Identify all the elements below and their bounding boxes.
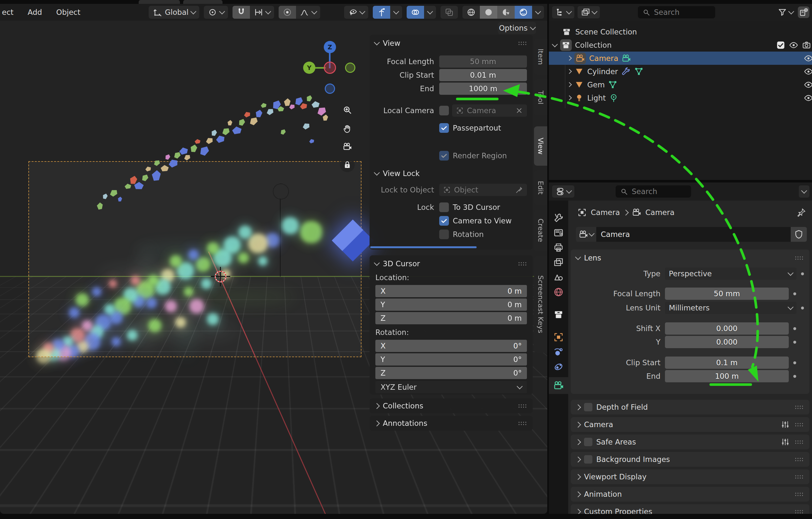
properties-tab-constraint[interactable]: [549, 359, 568, 375]
collection-row[interactable]: Collection: [549, 38, 812, 52]
npanel-tab-edit[interactable]: Edit: [534, 170, 547, 205]
disable-render-icon[interactable]: [802, 40, 811, 50]
options-button[interactable]: Options: [498, 22, 536, 34]
outliner-search-input[interactable]: [653, 8, 703, 17]
rotation-mode-dropdown[interactable]: XYZ Euler: [375, 381, 527, 393]
menu-add[interactable]: Add: [21, 8, 49, 17]
section-checkbox[interactable]: [584, 438, 592, 446]
animate-dot[interactable]: [793, 375, 796, 378]
passepartout-checkbox[interactable]: [439, 123, 449, 133]
properties-search-input[interactable]: [631, 187, 681, 196]
npanel-collections[interactable]: Collections: [370, 398, 533, 413]
npanel-tab-item[interactable]: Item: [534, 39, 547, 75]
properties-tab-printer[interactable]: [549, 239, 568, 256]
shading-solid[interactable]: [480, 6, 497, 19]
clip-end-field[interactable]: 100 m: [665, 370, 789, 382]
shading-dropdown[interactable]: [532, 6, 544, 19]
nav-axis-y-neg[interactable]: [345, 63, 355, 73]
overlays-dropdown[interactable]: [424, 6, 436, 19]
view-panel-header[interactable]: View: [370, 37, 533, 49]
clip-start-field[interactable]: 0.1 m: [665, 357, 789, 369]
breadcrumb-object[interactable]: Camera: [591, 208, 620, 217]
properties-tab-movieCam[interactable]: [549, 377, 568, 394]
properties-options-dropdown[interactable]: [799, 185, 809, 197]
datablock-type-dropdown[interactable]: [576, 227, 596, 242]
hide-eye-icon[interactable]: [804, 93, 812, 103]
npanel-tab-tool[interactable]: Tool: [534, 79, 547, 115]
local-camera-checkbox[interactable]: [439, 106, 449, 115]
editor-divider[interactable]: [547, 0, 549, 519]
pan-button[interactable]: [340, 121, 355, 136]
workspace-tab[interactable]: [183, 0, 223, 4]
lens-panel-header[interactable]: Lens: [571, 252, 809, 264]
outliner-row-gem[interactable]: Gem: [549, 78, 812, 91]
section-animation[interactable]: Animation: [571, 487, 809, 501]
cursor-panel-header[interactable]: 3D Cursor: [370, 258, 533, 270]
drag-handle-icon[interactable]: [794, 458, 804, 461]
properties-tab-tool[interactable]: [549, 210, 568, 226]
collection-checkbox[interactable]: [776, 40, 786, 50]
lock-rotation-checkbox[interactable]: [439, 230, 449, 239]
animate-dot[interactable]: [793, 327, 796, 330]
local-camera-field[interactable]: Camera: [452, 104, 527, 117]
cursor-location-x[interactable]: X0 m: [375, 285, 527, 297]
lock-to-object-field[interactable]: Object: [439, 184, 527, 196]
render-region-checkbox[interactable]: [439, 151, 449, 160]
properties-tab-renderCam[interactable]: [549, 224, 568, 241]
lock-view-button[interactable]: [340, 157, 355, 172]
section-safe-areas[interactable]: Safe Areas: [571, 434, 809, 449]
cursor-location-z[interactable]: Z0 m: [375, 312, 527, 324]
outliner-row-camera[interactable]: Camera: [549, 52, 812, 65]
properties-tab-layers[interactable]: [549, 254, 568, 271]
lens-unit-dropdown[interactable]: Millimeters: [665, 302, 796, 314]
show-overlays-toggle[interactable]: [407, 6, 424, 19]
clip-start-field[interactable]: 0.01 m: [439, 69, 527, 81]
lens-type-dropdown[interactable]: Perspective: [665, 268, 796, 280]
focal-length-field[interactable]: 50 mm: [439, 56, 527, 68]
drag-handle-icon[interactable]: [518, 404, 528, 408]
visibility-dropdown[interactable]: [344, 6, 368, 19]
gizmo-dropdown[interactable]: [390, 6, 402, 19]
lock-to-3d-cursor-checkbox[interactable]: [439, 203, 449, 212]
npanel-annotations[interactable]: Annotations: [370, 416, 533, 431]
clip-end-field[interactable]: 1000 m: [439, 83, 527, 95]
cursor-rotation-y[interactable]: Y0°: [375, 353, 527, 366]
drag-handle-icon[interactable]: [794, 510, 804, 514]
datablock-name-field[interactable]: Camera: [596, 227, 791, 242]
npanel-tab-view[interactable]: View: [534, 126, 547, 166]
drag-handle-icon[interactable]: [518, 41, 528, 45]
snap-toggle[interactable]: [233, 6, 250, 19]
falloff-dropdown[interactable]: [296, 6, 320, 19]
section-checkbox[interactable]: [584, 403, 592, 411]
nav-axis-y[interactable]: Y: [303, 62, 315, 74]
cursor-location-y[interactable]: Y0 m: [375, 299, 527, 311]
section-camera[interactable]: Camera: [571, 417, 809, 432]
section-depth-of-field[interactable]: Depth of Field: [571, 400, 809, 415]
animate-dot[interactable]: [801, 307, 804, 309]
fake-user-button[interactable]: [791, 227, 807, 242]
properties-tab-collBox[interactable]: [549, 306, 568, 323]
animate-dot[interactable]: [793, 341, 796, 344]
properties-search[interactable]: [616, 185, 691, 197]
presets-icon[interactable]: [780, 420, 790, 429]
section-background-images[interactable]: Background Images: [571, 452, 809, 467]
drag-handle-icon[interactable]: [794, 475, 804, 479]
drag-handle-icon[interactable]: [518, 422, 528, 425]
scene-collection-row[interactable]: Scene Collection: [549, 25, 812, 38]
hide-eye-icon[interactable]: [804, 80, 812, 90]
proportional-editing-toggle[interactable]: [279, 6, 296, 19]
shift-y-field[interactable]: 0.000: [665, 336, 789, 348]
breadcrumb-data[interactable]: Camera: [645, 208, 674, 217]
nav-axis-z-neg[interactable]: [325, 84, 335, 94]
npanel-tab-screencast-keys[interactable]: Screencast Keys: [534, 256, 547, 353]
shift-x-field[interactable]: 0.000: [665, 323, 789, 335]
shading-wireframe[interactable]: [462, 6, 480, 19]
properties-editor-dropdown[interactable]: [552, 185, 574, 197]
workspace-tab[interactable]: [139, 0, 180, 4]
animate-dot[interactable]: [801, 272, 804, 275]
menu-object[interactable]: Object: [49, 8, 87, 17]
camera-frame[interactable]: [28, 161, 361, 357]
nav-axis-x[interactable]: [324, 62, 336, 74]
drag-handle-icon[interactable]: [794, 440, 804, 444]
cursor-rotation-z[interactable]: Z0°: [375, 367, 527, 379]
